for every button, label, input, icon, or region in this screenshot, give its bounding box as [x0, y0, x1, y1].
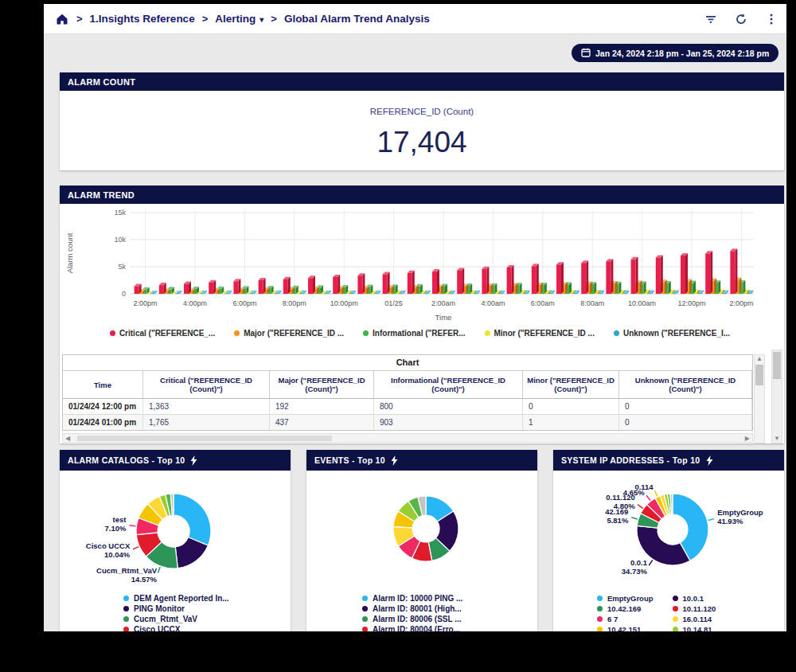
dashboard-content: Jan 24, 2024 2:18 pm - Jan 25, 2024 2:18… [44, 34, 786, 631]
scrollbar-thumb[interactable] [77, 436, 332, 441]
legend-item[interactable]: Cisco UCCX [123, 624, 229, 631]
bar-group-critical[interactable] [606, 259, 613, 294]
svg-text:8:00pm: 8:00pm [283, 299, 306, 307]
scrollbar-thumb[interactable] [755, 365, 763, 385]
scroll-left-arrow[interactable]: ◀ [65, 435, 70, 442]
table-cell: 0 [619, 399, 752, 415]
bar-group-critical[interactable] [135, 283, 142, 294]
bar-group-critical[interactable] [457, 268, 464, 294]
legend-item[interactable]: Major ("REFERENCE_ID ... [234, 329, 344, 338]
refresh-icon[interactable] [734, 12, 748, 26]
legend-item[interactable]: Critical ("REFERENCE_... [110, 329, 215, 338]
bar-group-critical[interactable] [383, 272, 390, 294]
svg-text:5k: 5k [118, 263, 126, 271]
bar-group-critical[interactable] [730, 248, 737, 294]
legend-item[interactable]: 10.0.1 [673, 593, 716, 604]
bar-group-critical[interactable] [259, 278, 266, 294]
scroll-down-arrow[interactable]: ▼ [772, 435, 782, 442]
table-horizontal-scrollbar[interactable]: ◀▶ [62, 433, 753, 443]
bar-group-critical[interactable] [556, 262, 564, 294]
legend-label: 10.42.151 [607, 624, 641, 631]
legend-item[interactable]: 10.14.81 [673, 624, 716, 631]
alarm-trend-bar-chart[interactable]: 05k10k15k2:00pm4:00pm6:00pm8:00pm10:00pm… [61, 205, 765, 326]
legend-color-dot [597, 606, 603, 611]
scrollbar-thumb[interactable] [773, 352, 781, 379]
bar-group-critical[interactable] [357, 273, 365, 294]
table-cell: 800 [374, 399, 523, 415]
legend-item[interactable]: 6 7 [597, 614, 654, 624]
kebab-menu-icon[interactable] [764, 12, 778, 26]
bar-group-critical[interactable] [581, 260, 588, 294]
legend-item[interactable]: 10.11.120 [673, 604, 716, 614]
legend-label: EmptyGroup [607, 593, 654, 604]
table-cell: 192 [270, 399, 374, 415]
bar-group-critical[interactable] [631, 257, 638, 294]
legend-color-dot [597, 596, 603, 601]
home-icon[interactable] [55, 12, 69, 26]
breadcrumb: > 1.Insights Reference > Alerting▾ > Glo… [55, 12, 430, 26]
events-donut-chart[interactable] [306, 471, 537, 592]
chevron-down-icon: ▾ [259, 15, 263, 24]
bar-group-critical[interactable] [209, 280, 216, 294]
date-range-picker[interactable]: Jan 24, 2024 2:18 pm - Jan 25, 2024 2:18… [572, 44, 778, 62]
alarm-trend-panel: ALARM TREND 05k10k15k2:00pm4:00pm6:00pm8… [60, 186, 784, 443]
legend-color-dot [123, 616, 129, 622]
svg-text:8:00am: 8:00am [580, 299, 604, 307]
legend-item[interactable]: Alarm ID: 80001 (High... [362, 604, 462, 614]
breadcrumb-separator-icon: > [76, 13, 83, 25]
table-vertical-scrollbar[interactable]: ▲ [754, 354, 765, 443]
table-title: Chart [63, 355, 752, 371]
filter-list-icon[interactable] [704, 12, 718, 26]
legend-item[interactable]: Alarm ID: 80006 (SSL ... [362, 614, 462, 624]
alarm-catalogs-donut-chart[interactable]: Cucm_Rtmt_VaV14.57%Cisco UCCX10.04%test7… [60, 471, 291, 592]
dashboard-window: > 1.Insights Reference > Alerting▾ > Glo… [44, 4, 786, 631]
legend-label: Cucm_Rtmt_VaV [134, 614, 197, 624]
bar-group-critical[interactable] [656, 255, 663, 294]
breadcrumb-current-page[interactable]: Global Alarm Trend Analysis [284, 13, 430, 25]
system-ip-legend: EmptyGroup10.42.1696 710.42.15110.0.110.… [597, 593, 716, 631]
svg-text:01/25: 01/25 [384, 299, 403, 307]
bar-group-critical[interactable] [705, 251, 712, 294]
legend-label: Critical ("REFERENCE_... [119, 329, 215, 338]
legend-item[interactable]: Unknown ("REFERENCE_I... [614, 329, 730, 338]
legend-item[interactable]: EmptyGroup [597, 593, 654, 604]
bar-group-critical[interactable] [233, 279, 240, 294]
legend-label: 16.0.114 [683, 614, 712, 624]
bar-group-critical[interactable] [283, 277, 291, 294]
panel-title: EVENTS - Top 10 [314, 455, 385, 465]
bar-group-critical[interactable] [308, 275, 315, 294]
legend-item[interactable]: DEM Agent Reported In... [123, 593, 229, 604]
breadcrumb-alerting-dropdown[interactable]: Alerting▾ [215, 13, 263, 25]
scroll-right-arrow[interactable]: ▶ [745, 435, 750, 442]
bar-group-critical[interactable] [532, 264, 539, 294]
legend-item[interactable]: 10.42.151 [597, 624, 654, 631]
table-cell: 903 [374, 415, 523, 431]
legend-item[interactable]: Cucm_Rtmt_VaV [123, 614, 229, 624]
legend-item[interactable]: Alarm ID: 80004 (Erro... [362, 624, 462, 631]
legend-item[interactable]: 10.42.169 [597, 604, 654, 614]
legend-item[interactable]: Minor ("REFERENCE_ID ... [485, 329, 595, 338]
table-cell: 0 [619, 415, 752, 431]
bar-group-critical[interactable] [333, 275, 340, 294]
legend-item[interactable]: Informational ("REFER... [363, 329, 465, 338]
bar-group-critical[interactable] [482, 267, 489, 294]
legend-color-dot [110, 330, 115, 336]
donut-slice[interactable] [174, 494, 211, 545]
legend-item[interactable]: Alarm ID: 10000 PING ... [362, 593, 462, 604]
legend-item[interactable]: 16.0.114 [673, 614, 716, 624]
bar-group-critical[interactable] [507, 265, 514, 294]
bar-group-critical[interactable] [184, 281, 191, 294]
system-ip-donut-chart[interactable]: EmptyGroup41.93%0.0.134.73%42.1695.81%0.… [553, 471, 784, 592]
bar-group-critical[interactable] [681, 253, 688, 294]
breadcrumb-insights-reference[interactable]: 1.Insights Reference [90, 13, 195, 25]
table-column-header: Minor ("REFERENCE_ID (Count)") [523, 371, 619, 399]
table-cell: 1 [523, 415, 619, 431]
donut-callout-label: Cisco UCCX10.04% [86, 541, 131, 559]
bar-group-critical[interactable] [408, 271, 415, 294]
legend-column: EmptyGroup10.42.1696 710.42.151 [597, 593, 654, 631]
legend-item[interactable]: PING Monitor [123, 604, 229, 614]
bar-group-critical[interactable] [159, 283, 166, 294]
chart-data-table-container[interactable]: Chart TimeCritical ("REFERENCE_ID (Count… [62, 354, 753, 431]
panel-vertical-scrollbar[interactable]: ▼ [771, 350, 782, 443]
bar-group-critical[interactable] [432, 269, 439, 294]
